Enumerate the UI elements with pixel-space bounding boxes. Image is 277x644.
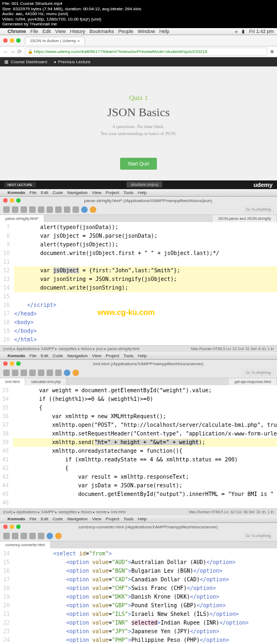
- menu-file[interactable]: File: [30, 29, 38, 34]
- maximize-icon[interactable]: [16, 525, 21, 529]
- menu-code[interactable]: Code: [52, 353, 63, 358]
- toolbar-icon[interactable]: [3, 370, 10, 376]
- code-lines[interactable]: var weight = document.getElementById("we…: [13, 385, 277, 508]
- toolbar-icon[interactable]: [3, 533, 10, 539]
- save-icon[interactable]: [21, 206, 27, 213]
- menu-tools[interactable]: Tools: [123, 353, 134, 358]
- tab-bmi[interactable]: bmi.html: [0, 378, 25, 385]
- code-line[interactable]: <option value="CHF">Swiss Franc (CHF)</o…: [14, 584, 277, 593]
- maximize-icon[interactable]: [16, 198, 21, 203]
- code-line[interactable]: var jsonString = JSON.stringify(jsObject…: [14, 275, 277, 284]
- code-line[interactable]: alert(typeof(jsObject));: [14, 240, 277, 249]
- code-line[interactable]: xmlhttp.open("POST", "http://localhost/s…: [13, 421, 277, 430]
- menu-icon[interactable]: ≡: [271, 49, 274, 55]
- menu-view[interactable]: View: [92, 516, 101, 521]
- maximize-icon[interactable]: [16, 361, 21, 366]
- tab-calc-bmi[interactable]: calculate-bmi.php: [25, 378, 67, 385]
- wifi-icon[interactable]: ⏚: [235, 29, 238, 34]
- code-line[interactable]: {: [13, 404, 277, 412]
- debug-icon[interactable]: [55, 533, 62, 539]
- menu-help[interactable]: Help: [138, 353, 147, 358]
- goto-input[interactable]: Go To Anything: [243, 533, 274, 539]
- toolbar-icon[interactable]: [38, 370, 44, 376]
- run-icon[interactable]: [47, 533, 53, 539]
- toolbar-icon[interactable]: [29, 370, 36, 376]
- code-line[interactable]: <select id="from">: [14, 549, 277, 558]
- code-line[interactable]: <body>: [14, 319, 34, 325]
- course-dashboard-link[interactable]: ▦ Course Dashboard: [4, 59, 47, 64]
- minimize-icon[interactable]: [10, 38, 14, 43]
- code-line[interactable]: <option value="AUD">Australian Dollar (A…: [14, 558, 277, 567]
- toolbar-icon[interactable]: [29, 533, 36, 539]
- code-line[interactable]: document.write(jsObject.first + " " + js…: [14, 249, 277, 258]
- start-quiz-button[interactable]: Start Quiz: [120, 158, 157, 170]
- toolbar-icon[interactable]: [38, 533, 44, 539]
- minimize-icon[interactable]: [10, 525, 14, 529]
- menu-bookmarks[interactable]: Bookmarks: [89, 29, 114, 34]
- tab-parse-stringify[interactable]: parse-stringify.html*: [0, 215, 44, 222]
- menu-history[interactable]: History: [70, 29, 85, 34]
- code-lines[interactable]: alert(typeof(jsonData)); var jsObject = …: [14, 222, 277, 345]
- code-line[interactable]: [14, 258, 277, 266]
- menu-tools[interactable]: Tools: [123, 190, 134, 195]
- menu-navigation[interactable]: Navigation: [67, 190, 88, 195]
- code-line[interactable]: <option value="CAD">Canadian Dollar (CAD…: [14, 575, 277, 584]
- url-input[interactable]: 🔒 https://www.udemy.com/draft/661774/lea…: [25, 48, 268, 56]
- code-line[interactable]: var jsData = JSON.parse(result);: [13, 481, 277, 490]
- code-lines[interactable]: <select id="from"> <option value="AUD">A…: [14, 548, 277, 644]
- tab-right[interactable]: JSON.parse and JSON.stringify: [213, 215, 277, 222]
- browser-tab[interactable]: JSON in Action | Udemy ×: [25, 37, 85, 44]
- code-line[interactable]: var jsObject = JSON.parse(jsonData);: [14, 232, 277, 240]
- close-icon[interactable]: [3, 525, 8, 529]
- menu-file[interactable]: File: [29, 190, 36, 195]
- debug-icon[interactable]: [90, 206, 96, 213]
- menu-project[interactable]: Project: [105, 190, 119, 195]
- toolbar-icon[interactable]: [72, 206, 79, 213]
- code-line[interactable]: </head>: [14, 311, 37, 317]
- prev-lecture-link[interactable]: ◂ Previous Lecture: [54, 59, 90, 64]
- close-icon[interactable]: [3, 361, 8, 366]
- menu-view[interactable]: View: [92, 190, 101, 195]
- code-editor[interactable]: 7891011121314151617181920 alert(typeof(j…: [0, 222, 277, 345]
- code-line[interactable]: <option value="GBP">Pound Sterling (GBP)…: [14, 601, 277, 610]
- komodo-app[interactable]: Komodo: [8, 190, 25, 195]
- toolbar-icon[interactable]: [38, 206, 44, 213]
- menu-help[interactable]: Help: [138, 190, 147, 195]
- code-line[interactable]: xmlhttp.send("ht=" + height + "&wt=" + w…: [13, 438, 277, 447]
- menu-edit[interactable]: Edit: [41, 190, 48, 195]
- code-line[interactable]: xmlhttp.setRequestHeader("Content-type",…: [13, 430, 277, 438]
- code-line[interactable]: var jsObject = {first:"John",last:"Smith…: [14, 266, 277, 275]
- code-line[interactable]: </html>: [14, 337, 37, 343]
- menu-navigation[interactable]: Navigation: [67, 353, 88, 358]
- menu-project[interactable]: Project: [105, 516, 119, 521]
- menu-help[interactable]: Help: [159, 29, 169, 34]
- battery-icon[interactable]: ▮: [242, 29, 245, 34]
- menu-view[interactable]: View: [92, 353, 101, 358]
- code-line[interactable]: var result = xmlhttp.responseText;: [13, 473, 277, 481]
- new-icon[interactable]: [3, 206, 10, 213]
- code-line[interactable]: {: [13, 464, 277, 473]
- menu-people[interactable]: People: [118, 29, 133, 34]
- breadcrumb[interactable]: (root) ▸ Applications ▸ XAMPP ▸ xamppfil…: [3, 510, 126, 514]
- toolbar-icon[interactable]: [47, 370, 53, 376]
- file-tab[interactable]: structure.cmproj: [127, 182, 162, 187]
- code-editor[interactable]: 1415161718192021222324252627 <select id=…: [0, 548, 277, 644]
- toolbar-icon[interactable]: [64, 206, 70, 213]
- minimize-icon[interactable]: [10, 198, 14, 203]
- menu-file[interactable]: File: [29, 516, 36, 521]
- komodo-app[interactable]: Komodo: [8, 516, 25, 521]
- code-line[interactable]: </body>: [14, 328, 37, 334]
- nav-arrows[interactable]: ← → ⟳: [3, 49, 22, 55]
- code-line[interactable]: <option value="PHP">Philippine Peso (PHP…: [14, 636, 277, 644]
- code-line[interactable]: <option value="JPY">Japanese Yen (JPY)</…: [14, 627, 277, 636]
- breadcrumb[interactable]: (root) ▸ Applications ▸ XAMPP ▸ xamppfil…: [3, 347, 139, 351]
- minimize-icon[interactable]: [10, 361, 14, 366]
- code-line[interactable]: document.write(jsonString);: [14, 284, 277, 292]
- komodo-app[interactable]: Komodo: [8, 353, 25, 358]
- menu-code[interactable]: Code: [52, 516, 63, 521]
- menu-edit[interactable]: Edit: [41, 516, 48, 521]
- menu-file[interactable]: File: [29, 353, 36, 358]
- maximize-icon[interactable]: [16, 38, 21, 43]
- code-line[interactable]: if ((height%1)>=0 && (weight%1)>=0): [13, 395, 277, 404]
- toolbar-icon[interactable]: [21, 370, 27, 376]
